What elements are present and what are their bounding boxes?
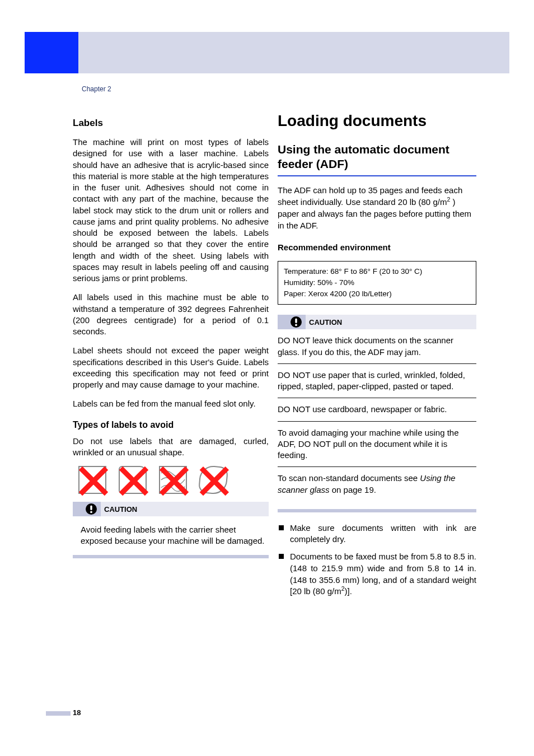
svg-rect-1 bbox=[90, 506, 92, 511]
caution-end-bar bbox=[73, 555, 269, 558]
caution-end-bar-right bbox=[278, 509, 476, 512]
env-humidity: Humidity: 50% - 70% bbox=[284, 277, 470, 288]
labels-paragraph-1: The machine will print on most types of … bbox=[73, 137, 269, 284]
caution-item-4: To avoid damaging your machine while usi… bbox=[278, 422, 476, 468]
page-number: 18 bbox=[73, 708, 81, 717]
right-column: Loading documents Using the automatic do… bbox=[278, 112, 476, 603]
heading-recommended-environment: Recommended environment bbox=[278, 242, 476, 252]
curled-label-icon bbox=[119, 466, 147, 494]
caution-icon bbox=[290, 316, 302, 328]
adf-intro-pre: The ADF can hold up to 35 pages and feed… bbox=[278, 185, 462, 207]
bullet-2-pre: Documents to be faxed must be from 5.8 t… bbox=[290, 552, 476, 596]
header-grey-block bbox=[78, 32, 509, 73]
caution-item-2: DO NOT use paper that is curled, wrinkle… bbox=[278, 364, 476, 399]
chapter-label: Chapter 2 bbox=[82, 85, 111, 93]
avoid-paragraph: Do not use labels that are damaged, curl… bbox=[73, 436, 269, 459]
wrinkled-label-icon bbox=[159, 466, 187, 494]
caution-icon bbox=[85, 503, 97, 515]
caution-body-left: Avoid feeding labels with the carrier sh… bbox=[73, 516, 269, 547]
page-number-bar bbox=[46, 711, 71, 716]
caution-item-1: DO NOT leave thick documents on the scan… bbox=[278, 329, 476, 364]
env-temperature: Temperature: 68° F to 86° F (20 to 30° C… bbox=[284, 266, 470, 277]
header-blue-block bbox=[25, 32, 78, 73]
requirements-list: Make sure documents written with ink are… bbox=[278, 522, 476, 598]
caution-bar-left: CAUTION bbox=[73, 502, 269, 516]
caution-bar-right: CAUTION bbox=[278, 315, 476, 329]
svg-point-5 bbox=[295, 324, 297, 326]
caution-heading-right: CAUTION bbox=[309, 318, 342, 326]
svg-point-2 bbox=[90, 511, 92, 513]
header-decoration bbox=[25, 32, 509, 73]
labels-paragraph-3: Label sheets should not exceed the paper… bbox=[73, 345, 269, 390]
damaged-label-icon bbox=[78, 466, 106, 494]
adf-intro-paragraph: The ADF can hold up to 35 pages and feed… bbox=[278, 184, 476, 231]
labels-paragraph-2: All labels used in this machine must be … bbox=[73, 292, 269, 337]
caution-stripe-right bbox=[278, 315, 476, 329]
svg-rect-4 bbox=[295, 319, 297, 324]
caution-5-post: on page 19. bbox=[330, 485, 376, 494]
odd-shape-label-icon bbox=[198, 465, 228, 495]
environment-box: Temperature: 68° F to 86° F (20 to 30° C… bbox=[278, 261, 476, 305]
env-paper: Paper: Xerox 4200 (20 lb/Letter) bbox=[284, 288, 470, 300]
blue-rule bbox=[278, 175, 476, 176]
bad-label-icons bbox=[78, 466, 269, 494]
heading-using-adf: Using the automatic document feeder (ADF… bbox=[278, 142, 476, 172]
caution-stripe bbox=[73, 502, 269, 516]
heading-types-to-avoid: Types of labels to avoid bbox=[73, 420, 269, 430]
labels-paragraph-4: Labels can be fed from the manual feed s… bbox=[73, 398, 269, 409]
heading-loading-documents: Loading documents bbox=[278, 112, 476, 130]
caution-heading: CAUTION bbox=[104, 505, 137, 514]
bullet-1: Make sure documents written with ink are… bbox=[278, 522, 476, 545]
caution-item-5: To scan non-standard documents see Using… bbox=[278, 467, 476, 501]
caution-5-pre: To scan non-standard documents see bbox=[278, 473, 420, 483]
left-column: Labels The machine will print on most ty… bbox=[73, 118, 269, 558]
caution-list: DO NOT leave thick documents on the scan… bbox=[278, 329, 476, 501]
caution-item-3: DO NOT use cardboard, newspaper or fabri… bbox=[278, 398, 476, 421]
heading-labels: Labels bbox=[73, 118, 269, 129]
bullet-2-post: )]. bbox=[345, 586, 352, 596]
bullet-2: Documents to be faxed must be from 5.8 t… bbox=[278, 551, 476, 598]
